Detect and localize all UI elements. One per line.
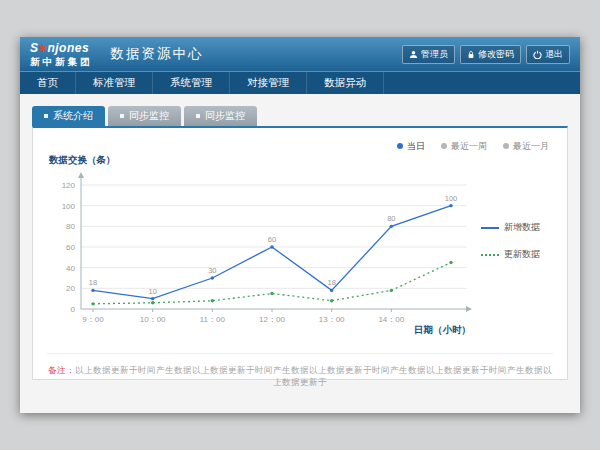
tab-square-icon: [120, 114, 124, 118]
filter-last-week[interactable]: 最近一周: [441, 140, 487, 152]
filter-label: 最近一月: [513, 140, 549, 153]
change-password-label: 修改密码: [478, 48, 514, 61]
content-area: 系统介绍 同步监控 同步监控 当日 最近一周: [20, 94, 580, 413]
nav-item-system-mgmt[interactable]: 系统管理: [153, 72, 230, 94]
filter-today[interactable]: 当日: [397, 140, 425, 152]
admin-user-button[interactable]: 管理员: [402, 45, 455, 64]
series-legend: 新增数据 更新数据: [477, 169, 540, 261]
svg-text:0: 0: [71, 305, 76, 314]
nav-item-data-change[interactable]: 数据异动: [307, 72, 384, 94]
y-axis-label: 数据交换（条）: [49, 154, 553, 167]
svg-text:20: 20: [66, 284, 75, 293]
header-actions: 管理员 修改密码 退出: [402, 45, 570, 64]
svg-text:18: 18: [327, 278, 335, 287]
radio-dot-icon: [503, 143, 509, 149]
svg-text:60: 60: [268, 235, 276, 244]
filter-legend: 当日 最近一周 最近一月: [47, 136, 553, 152]
logout-button[interactable]: 退出: [526, 45, 570, 64]
power-icon: [533, 50, 542, 59]
nav-item-connect-mgmt[interactable]: 对接管理: [230, 72, 307, 94]
tab-square-icon: [196, 114, 200, 118]
page-title: 数据资源中心: [111, 45, 204, 63]
tab-label: 系统介绍: [53, 109, 93, 123]
filter-last-month[interactable]: 最近一月: [503, 140, 549, 152]
chart-row: 0204060801001209：0010：0011：0012：0013：001…: [47, 169, 553, 345]
legend-label: 新增数据: [504, 221, 540, 234]
svg-text:80: 80: [387, 214, 395, 223]
legend-label: 更新数据: [504, 248, 540, 261]
brand-logo-text: S✱njones: [30, 42, 93, 54]
filter-label: 当日: [407, 140, 425, 153]
footnote: 备注：以上数据更新于时间产生数据以上数据更新于时间产生数据以上数据更新于时间产生…: [47, 353, 553, 389]
app-window: S✱njones 新中新集团 数据资源中心 管理员 修改密码 退出 首页 标准管…: [20, 37, 580, 413]
tab-label: 同步监控: [205, 109, 245, 123]
lock-icon: [467, 50, 475, 59]
radio-dot-icon: [441, 143, 447, 149]
chart-panel: 当日 最近一周 最近一月 数据交换（条） 0204060801001209：00…: [32, 126, 568, 380]
footnote-prefix: 备注：: [48, 365, 75, 375]
footnote-text: 以上数据更新于时间产生数据以上数据更新于时间产生数据以上数据更新于时间产生数据以…: [75, 365, 552, 387]
svg-text:11：00: 11：00: [200, 315, 226, 324]
nav-item-home[interactable]: 首页: [20, 72, 76, 94]
svg-text:100: 100: [445, 194, 458, 203]
tab-label: 同步监控: [129, 109, 169, 123]
svg-text:18: 18: [89, 278, 97, 287]
desktop-background: { "colors": { "accent": "#2878ad", "head…: [0, 0, 600, 450]
radio-dot-icon: [397, 143, 403, 149]
change-password-button[interactable]: 修改密码: [460, 45, 521, 64]
legend-item-new-data[interactable]: 新增数据: [481, 221, 540, 234]
svg-text:10: 10: [148, 287, 156, 296]
main-nav: 首页 标准管理 系统管理 对接管理 数据异动: [20, 71, 580, 94]
svg-text:60: 60: [66, 243, 75, 252]
filter-label: 最近一周: [451, 140, 487, 153]
svg-text:80: 80: [66, 222, 75, 231]
nav-item-standard-mgmt[interactable]: 标准管理: [76, 72, 153, 94]
x-axis-label: 日期（小时）: [414, 324, 471, 337]
tab-system-intro[interactable]: 系统介绍: [32, 106, 105, 126]
svg-text:30: 30: [208, 266, 216, 275]
svg-text:10：00: 10：00: [140, 315, 166, 324]
svg-text:120: 120: [62, 181, 76, 190]
blue-line-sample-icon: [481, 227, 499, 229]
svg-text:14：00: 14：00: [378, 315, 404, 324]
svg-text:12：00: 12：00: [259, 315, 285, 324]
svg-text:13：00: 13：00: [319, 315, 345, 324]
app-header: S✱njones 新中新集团 数据资源中心 管理员 修改密码 退出: [20, 37, 580, 71]
user-icon: [409, 50, 418, 59]
tab-bar: 系统介绍 同步监控 同步监控: [32, 106, 568, 126]
tab-square-icon: [44, 114, 48, 118]
tab-sync-monitor-2[interactable]: 同步监控: [184, 106, 257, 126]
logout-label: 退出: [545, 48, 563, 61]
svg-text:9：00: 9：00: [82, 315, 104, 324]
svg-text:40: 40: [66, 264, 75, 273]
exchange-line-chart: 0204060801001209：0010：0011：0012：0013：001…: [47, 169, 477, 345]
brand-logo: S✱njones 新中新集团: [30, 42, 93, 67]
brand-logo-subtitle: 新中新集团: [30, 57, 93, 67]
svg-text:100: 100: [62, 202, 76, 211]
tab-sync-monitor-1[interactable]: 同步监控: [108, 106, 181, 126]
admin-user-label: 管理员: [421, 48, 448, 61]
legend-item-update-data[interactable]: 更新数据: [481, 248, 540, 261]
green-dotted-line-sample-icon: [481, 254, 499, 256]
